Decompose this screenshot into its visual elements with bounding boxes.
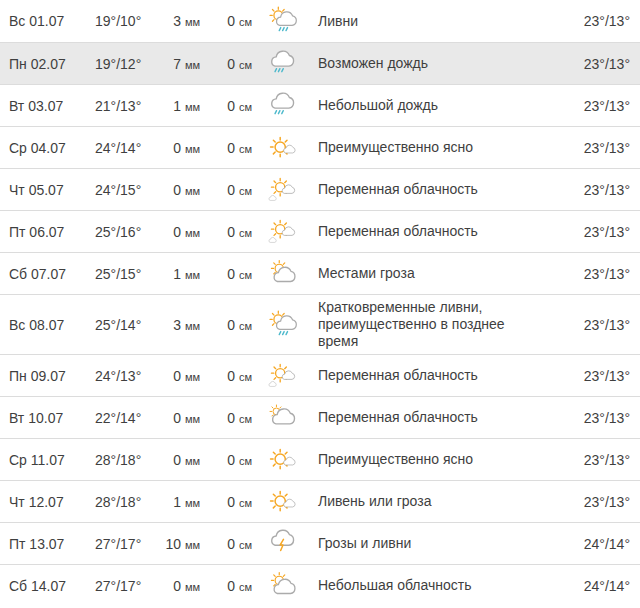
weather-forecast-table: Вс 01.07 19°/10° 3 мм 0 см Ливни 23°/13°… [0,0,640,606]
precip-amount: 0 [173,140,181,156]
forecast-row[interactable]: Пн 09.07 24°/13° 0 мм 0 см Переменная об… [0,354,640,396]
weather-description: Переменная облачность [318,181,478,198]
day-label: Пт 13.07 [0,536,95,552]
secondary-temp: 23°/13° [556,140,640,156]
weather-description-cell: Ливень или гроза [314,493,556,511]
snow-amount: 0 [227,266,235,282]
weather-icon-cell [252,487,314,517]
snow-amount: 0 [227,182,235,198]
weather-description-cell: Переменная облачность [314,223,556,241]
secondary-temp: 23°/13° [556,368,640,384]
precip-unit: мм [185,143,200,155]
precipitation-value: 0 мм [150,368,200,384]
forecast-row[interactable]: Ср 04.07 24°/14° 0 мм 0 см Преимуществен… [0,126,640,168]
sun-behind-cloud-icon [266,571,300,601]
snow-depth-value: 0 см [200,13,252,29]
weather-description: Местами гроза [318,265,415,282]
forecast-row[interactable]: Вс 01.07 19°/10° 3 мм 0 см Ливни 23°/13° [0,0,640,42]
precip-amount: 0 [173,452,181,468]
weather-icon-cell [252,403,314,433]
sun-cloud-rain-icon [266,6,300,36]
weather-description-cell: Небольшой дождь [314,97,556,115]
weather-icon-cell [252,91,314,121]
weather-description-cell: Небольшая облачность [314,577,556,595]
weather-icon-cell [252,529,314,559]
snow-amount: 0 [227,56,235,72]
forecast-row[interactable]: Пт 13.07 27°/17° 10 мм 0 см Грозы и ливн… [0,522,640,564]
precip-unit: мм [185,497,200,509]
weather-description-cell: Преимущественно ясно [314,139,556,157]
secondary-temp: 23°/13° [556,452,640,468]
day-label: Вт 03.07 [0,98,95,114]
precip-unit: мм [185,227,200,239]
day-night-temp: 28°/18° [95,494,150,510]
weather-description: Переменная облачность [318,409,478,426]
precipitation-value: 3 мм [150,13,200,29]
cloud-rain-icon [266,91,300,121]
snow-amount: 0 [227,224,235,240]
snow-amount: 0 [227,536,235,552]
sun-cloud-rain-icon [266,310,300,340]
secondary-temp: 23°/13° [556,98,640,114]
precipitation-value: 0 мм [150,452,200,468]
snow-amount: 0 [227,494,235,510]
forecast-row[interactable]: Вт 10.07 22°/14° 0 мм 0 см Переменная об… [0,396,640,438]
snow-depth-value: 0 см [200,266,252,282]
forecast-row[interactable]: Вс 08.07 25°/14° 3 мм 0 см Кратковременн… [0,294,640,354]
snow-depth-value: 0 см [200,578,252,594]
mostly-sunny-icon [266,445,300,475]
day-label: Ср 11.07 [0,452,95,468]
day-night-temp: 19°/10° [95,13,150,29]
day-night-temp: 25°/15° [95,266,150,282]
precip-amount: 0 [173,224,181,240]
day-label: Сб 07.07 [0,266,95,282]
snow-depth-value: 0 см [200,140,252,156]
precipitation-value: 1 мм [150,98,200,114]
weather-description-cell: Ливни [314,12,556,30]
secondary-temp: 24°/14° [556,578,640,594]
weather-icon-cell [252,571,314,601]
day-night-temp: 22°/14° [95,410,150,426]
precip-unit: мм [185,455,200,467]
forecast-row[interactable]: Сб 14.07 27°/17° 0 мм 0 см Небольшая обл… [0,564,640,606]
secondary-temp: 23°/13° [556,494,640,510]
snow-depth-value: 0 см [200,494,252,510]
forecast-row[interactable]: Чт 05.07 24°/15° 0 мм 0 см Переменная об… [0,168,640,210]
snow-unit: см [239,16,252,28]
snow-unit: см [239,413,252,425]
snow-unit: см [239,143,252,155]
day-label: Пн 02.07 [0,56,95,72]
weather-description: Небольшая облачность [318,577,472,594]
snow-unit: см [239,581,252,593]
snow-unit: см [239,269,252,281]
weather-description-cell: Местами гроза [314,265,556,283]
snow-unit: см [239,227,252,239]
weather-description: Преимущественно ясно [318,139,473,156]
weather-description: Грозы и ливни [318,535,411,552]
forecast-row[interactable]: Ср 11.07 28°/18° 0 мм 0 см Преимуществен… [0,438,640,480]
cloud-lightning-icon [266,529,300,559]
snow-depth-value: 0 см [200,410,252,426]
weather-description-cell: Переменная облачность [314,367,556,385]
secondary-temp: 23°/13° [556,224,640,240]
forecast-row[interactable]: Пн 02.07 19°/12° 7 мм 0 см Возможен дожд… [0,42,640,84]
weather-description: Переменная облачность [318,367,478,384]
precip-amount: 10 [165,536,181,552]
weather-description: Кратковременные ливни, преимущественно в… [318,299,523,350]
precip-amount: 1 [173,494,181,510]
snow-depth-value: 0 см [200,182,252,198]
precipitation-value: 7 мм [150,56,200,72]
mostly-sunny-icon [266,487,300,517]
forecast-row[interactable]: Чт 12.07 28°/18° 1 мм 0 см Ливень или гр… [0,480,640,522]
forecast-row[interactable]: Пт 06.07 25°/16° 0 мм 0 см Переменная об… [0,210,640,252]
secondary-temp: 23°/13° [556,410,640,426]
day-label: Ср 04.07 [0,140,95,156]
snow-amount: 0 [227,317,235,333]
precip-amount: 1 [173,98,181,114]
snow-unit: см [239,320,252,332]
precip-amount: 7 [173,56,181,72]
snow-depth-value: 0 см [200,224,252,240]
snow-amount: 0 [227,578,235,594]
forecast-row[interactable]: Сб 07.07 25°/15° 1 мм 0 см Местами гроза… [0,252,640,294]
forecast-row[interactable]: Вт 03.07 21°/13° 1 мм 0 см Небольшой дож… [0,84,640,126]
